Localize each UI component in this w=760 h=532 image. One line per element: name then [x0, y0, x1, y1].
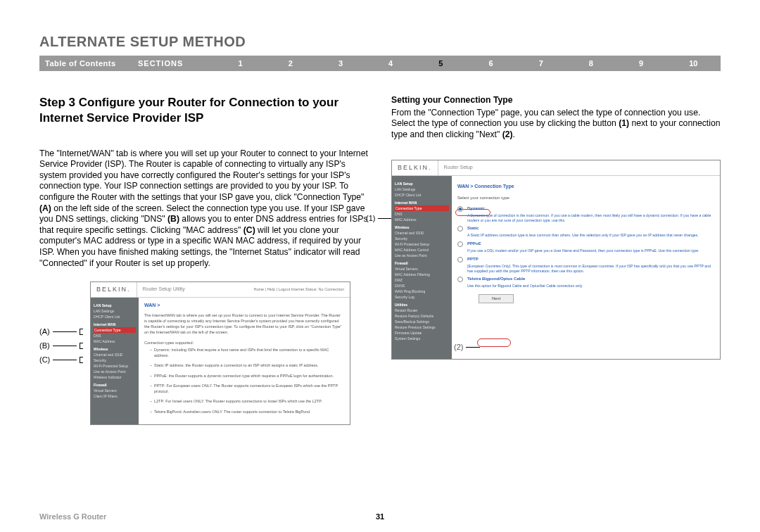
page-title: ALTERNATE SETUP METHOD	[39, 34, 721, 50]
callout-1: (1)	[366, 213, 392, 223]
left-column: Step 3 Configure your Router for Connect…	[39, 95, 369, 425]
section-nav: Table of Contents SECTIONS 12345678910	[39, 56, 721, 71]
nav-section-2[interactable]: 2	[289, 59, 293, 68]
nav-section-8[interactable]: 8	[589, 59, 593, 68]
radio-pppoe[interactable]	[457, 241, 463, 247]
callout-b: (B)	[39, 341, 83, 350]
nav-section-3[interactable]: 3	[338, 59, 343, 68]
radio-pptp[interactable]	[457, 257, 463, 262]
nav-section-5[interactable]: 5	[438, 59, 443, 68]
shot2-sidebar: LAN SetupLAN SettingsDHCP Client ListInt…	[392, 176, 452, 359]
belkin-logo: BELKIN.	[392, 160, 438, 175]
nav-toc[interactable]: Table of Contents	[39, 59, 138, 68]
shot1-title: Router Setup Utility	[137, 286, 185, 293]
nav-section-1[interactable]: 1	[239, 59, 243, 68]
next-button[interactable]: Next	[479, 294, 514, 303]
shot2-title: Router Setup	[438, 165, 473, 171]
nav-section-4[interactable]: 4	[388, 59, 393, 68]
nav-sections-label: SECTIONS	[138, 59, 215, 68]
shot2-main: WAN > Connection Type Select your connec…	[452, 176, 720, 359]
screenshot-1-wrapper: (A) (B) (C) BELKIN. Router Setup Utility…	[39, 281, 369, 425]
nav-section-6[interactable]: 6	[488, 59, 493, 68]
right-subhead: Setting your Connection Type	[391, 95, 721, 106]
shot1-sidebar: LAN SetupLAN SettingsDHCP Client ListInt…	[91, 298, 139, 424]
callout-a: (A)	[39, 327, 83, 336]
nav-section-10[interactable]: 10	[689, 59, 697, 68]
screenshot-connection-type: (2) BELKIN. Router Setup LAN SetupLAN Se…	[391, 160, 721, 360]
nav-section-9[interactable]: 9	[639, 59, 643, 68]
right-column: Setting your Connection Type From the "C…	[391, 95, 721, 425]
radio-dynamic[interactable]	[457, 206, 463, 212]
belkin-logo: BELKIN.	[91, 282, 137, 297]
nav-section-7[interactable]: 7	[539, 59, 543, 68]
page-footer: Wireless G Router 31	[39, 512, 721, 521]
radio-static[interactable]	[457, 226, 463, 232]
callout-c: (C)	[39, 355, 83, 365]
right-paragraph: From the "Connection Type" page, you can…	[391, 108, 721, 141]
step-heading: Step 3 Configure your Router for Connect…	[39, 95, 369, 126]
callout-2: (2)	[454, 342, 480, 352]
screenshot-wan-overview: BELKIN. Router Setup Utility Home | Help…	[90, 281, 350, 425]
footer-product: Wireless G Router	[39, 512, 106, 521]
shot1-main: WAN > The Internet/WAN tab is where you …	[139, 298, 350, 424]
radio-telstra-bigpond-optus-cable[interactable]	[457, 277, 463, 282]
shot1-status: Home | Help | Logout Internet Status: No…	[253, 287, 350, 292]
left-paragraph: The "Internet/WAN" tab is where you will…	[39, 148, 369, 270]
highlight-ring-2	[477, 338, 511, 347]
footer-page-number: 31	[376, 512, 384, 521]
